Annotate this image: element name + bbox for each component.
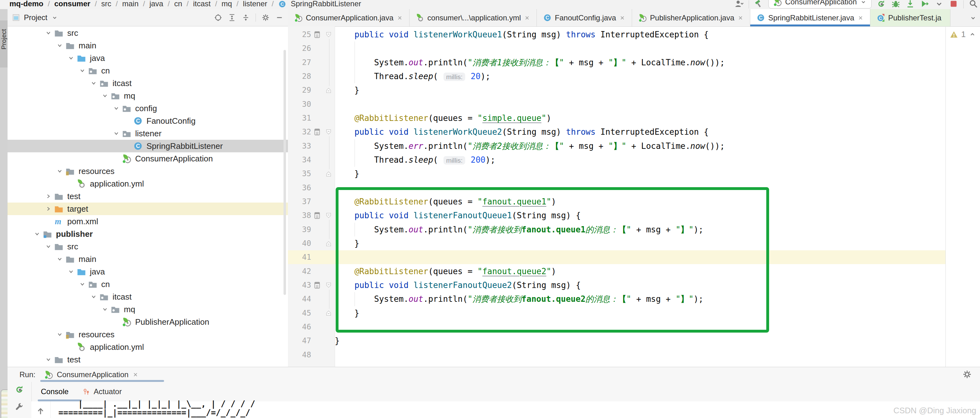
run-configuration-tab[interactable]: ConsumerApplication — [43, 367, 140, 382]
tab-springrabbitlistener-java[interactable]: CSpringRabbitListener.java — [750, 9, 870, 26]
editor-content[interactable]: 2526272829303132333435363738394041424344… — [288, 26, 980, 367]
fold-end-icon[interactable] — [323, 167, 334, 180]
fold-start-icon[interactable] — [323, 209, 334, 222]
minus-icon[interactable] — [275, 14, 283, 22]
user-icon[interactable] — [734, 0, 744, 8]
breadcrumb-item[interactable]: consumer — [54, 0, 91, 8]
project-tree-scrollbar[interactable] — [283, 50, 286, 295]
tree-item-java[interactable]: java — [8, 265, 288, 278]
chevron-down-icon[interactable] — [77, 278, 88, 290]
run-configuration-select[interactable]: ConsumerApplication — [768, 0, 872, 8]
tab-publisherapplication-java[interactable]: PublisherApplication.java — [632, 9, 750, 26]
wrench-icon[interactable] — [14, 402, 24, 412]
chevron-down-icon[interactable] — [65, 265, 77, 278]
close-tab-icon[interactable] — [524, 15, 530, 21]
fold-end-icon[interactable] — [323, 236, 334, 250]
tree-item-pom-xml[interactable]: mpom.xml — [8, 215, 288, 228]
tree-item-java[interactable]: java — [8, 52, 288, 64]
locate-icon[interactable] — [214, 14, 222, 22]
rerun-icon[interactable] — [14, 385, 24, 394]
chevron-down-icon[interactable] — [43, 27, 54, 39]
close-tab-icon[interactable] — [737, 15, 744, 21]
tree-item-test[interactable]: test — [8, 353, 288, 366]
breadcrumb-item[interactable]: mq-demo — [10, 0, 43, 8]
tree-item-itcast[interactable]: itcast — [8, 290, 288, 303]
coverage-icon[interactable] — [905, 0, 915, 8]
breadcrumb-item[interactable]: src — [101, 0, 111, 8]
tab-publishertest-ja[interactable]: CPublisherTest.ja — [870, 9, 950, 26]
tree-item-publisherapplication[interactable]: PublisherApplication — [8, 316, 288, 328]
chevron-down-icon[interactable] — [99, 90, 111, 102]
tree-item-src[interactable]: src — [8, 27, 288, 39]
rerun-icon[interactable] — [877, 0, 886, 8]
chevron-down-icon[interactable] — [111, 127, 122, 140]
fold-start-icon[interactable] — [323, 125, 334, 139]
tree-item-listener[interactable]: listener — [8, 127, 288, 140]
gear-icon[interactable] — [963, 370, 972, 379]
gear-icon[interactable] — [261, 14, 270, 22]
chevron-down-icon[interactable] — [65, 52, 77, 64]
gutter-marker-icon[interactable] — [311, 125, 323, 139]
breadcrumb-item[interactable]: listener — [243, 0, 267, 8]
chevron-down-icon[interactable] — [43, 353, 54, 366]
tree-item-resources[interactable]: resources — [8, 165, 288, 177]
project-tool-button[interactable]: Project — [0, 21, 8, 68]
close-tab-icon[interactable] — [397, 15, 403, 21]
chevron-down-icon[interactable] — [77, 64, 88, 77]
chevron-down-icon[interactable] — [88, 290, 99, 303]
tab-consumer-application-yml[interactable]: consumer\...\application.yml — [410, 9, 537, 26]
tree-item-test[interactable]: test — [8, 190, 288, 203]
tree-item-itcast[interactable]: itcast — [8, 77, 288, 90]
tree-item-mq[interactable]: mq — [8, 90, 288, 102]
tree-item-application-yml[interactable]: application.yml — [8, 341, 288, 353]
fold-start-icon[interactable] — [323, 278, 334, 292]
search-icon[interactable] — [969, 0, 978, 8]
breadcrumb-item[interactable]: main — [122, 0, 138, 8]
chevron-down-icon[interactable] — [51, 14, 58, 21]
breadcrumb-item[interactable]: cn — [174, 0, 182, 8]
tab-consumerapplication-java[interactable]: ConsumerApplication.java — [288, 9, 410, 26]
debug-icon[interactable] — [891, 0, 900, 8]
collapse-all-icon[interactable] — [242, 14, 250, 22]
chevron-down-icon[interactable] — [111, 102, 122, 115]
tree-item-cn[interactable]: cn — [8, 278, 288, 290]
fold-end-icon[interactable] — [323, 306, 334, 320]
console-output[interactable]: |____| .__|_| |_|_| |_\__, | / / / / ===… — [32, 401, 980, 418]
close-tab-icon[interactable] — [619, 15, 625, 21]
tree-item-publisher[interactable]: publisher — [8, 228, 288, 240]
tab-console[interactable]: Console — [41, 382, 68, 401]
project-panel-title[interactable]: Project — [24, 13, 48, 22]
chevron-down-icon[interactable] — [32, 228, 43, 240]
up-arrow-icon[interactable] — [36, 406, 46, 416]
breadcrumb-item[interactable]: mq — [221, 0, 232, 8]
run-arrow-icon[interactable] — [920, 0, 929, 8]
chevron-down-icon[interactable] — [99, 303, 111, 316]
chevron-up-icon[interactable] — [969, 31, 976, 38]
hidden-tabs-chevron-icon[interactable] — [969, 14, 977, 22]
chevron-right-icon[interactable] — [43, 190, 54, 203]
gutter-marker-icon[interactable] — [311, 278, 323, 292]
gutter-marker-icon[interactable] — [311, 209, 323, 222]
tree-item-springrabbitlistener[interactable]: CSpringRabbitListener — [8, 140, 288, 152]
chevron-right-icon[interactable] — [43, 203, 54, 215]
tab-fanoutconfig-java[interactable]: CFanoutConfig.java — [537, 9, 632, 26]
breadcrumb-item[interactable]: itcast — [193, 0, 211, 8]
tree-item-mq[interactable]: mq — [8, 303, 288, 316]
small-chevron-down-icon[interactable] — [934, 0, 944, 8]
tab-actuator[interactable]: Actuator — [82, 382, 122, 401]
tree-item-fanoutconfig[interactable]: CFanoutConfig — [8, 115, 288, 127]
tree-item-cn[interactable]: cn — [8, 64, 288, 77]
tree-item-target[interactable]: target — [8, 203, 288, 215]
chevron-down-icon[interactable] — [54, 253, 65, 265]
chevron-down-icon[interactable] — [88, 77, 99, 90]
tree-item-config[interactable]: config — [8, 102, 288, 115]
expand-all-icon[interactable] — [228, 14, 236, 22]
inspection-widget[interactable]: 1 — [950, 30, 976, 39]
close-tab-icon[interactable] — [858, 15, 864, 21]
chevron-down-icon[interactable] — [54, 39, 65, 52]
close-icon[interactable] — [132, 372, 138, 378]
hammer-icon[interactable] — [754, 0, 764, 8]
stop-icon[interactable] — [949, 0, 958, 8]
fold-end-icon[interactable] — [323, 83, 334, 97]
fold-start-icon[interactable] — [323, 28, 334, 41]
